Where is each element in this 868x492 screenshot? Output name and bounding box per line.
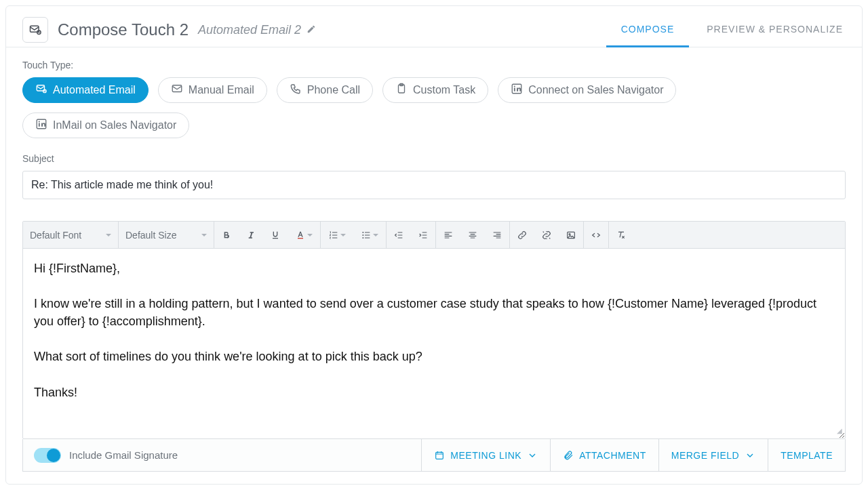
bold-button[interactable]: [214, 222, 239, 248]
template-label: TEMPLATE: [781, 450, 833, 461]
chevron-down-icon: [373, 234, 378, 237]
chevron-down-icon: [527, 450, 538, 461]
touch-type-label: Custom Task: [413, 84, 475, 96]
tab-compose[interactable]: COMPOSE: [618, 13, 677, 47]
touch-type-phone-call[interactable]: Phone Call: [277, 77, 373, 103]
touch-type-automated-email[interactable]: Automated Email: [22, 77, 149, 103]
body-line: I know we're still in a holding pattern,…: [34, 295, 834, 330]
chevron-down-icon: [307, 234, 313, 237]
attachment-label: ATTACHMENT: [579, 450, 646, 461]
chevron-down-icon: [745, 450, 755, 461]
size-select[interactable]: Default Size: [119, 230, 214, 241]
merge-field-button[interactable]: MERGE FIELD: [658, 439, 768, 471]
touch-type-label: Touch Type:: [22, 60, 846, 70]
paperclip-icon: [563, 450, 574, 461]
image-button[interactable]: [559, 222, 583, 248]
body-line: Hi {!FirstName},: [34, 260, 834, 277]
header-left: Compose Touch 2 Automated Email 2: [22, 17, 316, 43]
svg-point-14: [362, 232, 363, 233]
meeting-link-button[interactable]: MEETING LINK: [421, 439, 550, 471]
svg-point-18: [569, 233, 570, 234]
phone-icon: [290, 83, 302, 98]
svg-rect-8: [514, 88, 515, 91]
align-center-button[interactable]: [460, 222, 485, 248]
outdent-button[interactable]: [387, 222, 411, 248]
linkedin-icon: [35, 118, 47, 133]
body-line: [34, 277, 834, 295]
editor-toolbar: Default Font Default Size: [23, 222, 845, 249]
unlink-button[interactable]: [534, 222, 559, 248]
touch-type-options: Automated EmailManual EmailPhone CallCus…: [22, 77, 846, 138]
touch-type-custom-task[interactable]: Custom Task: [382, 77, 488, 103]
touch-type-label: Manual Email: [189, 84, 254, 96]
linkedin-icon: [511, 83, 523, 98]
clipboard-icon: [395, 83, 408, 98]
template-button[interactable]: TEMPLATE: [768, 439, 845, 471]
align-right-button[interactable]: [485, 222, 509, 248]
unordered-list-button[interactable]: [353, 222, 386, 248]
body-line: [34, 366, 834, 384]
clear-format-button[interactable]: [609, 222, 633, 248]
touch-type-label: Connect on Sales Navigator: [528, 84, 663, 96]
ordered-list-button[interactable]: [321, 222, 353, 248]
svg-rect-11: [39, 123, 40, 127]
page-title: Compose Touch 2: [58, 20, 189, 39]
tab-preview[interactable]: PREVIEW & PERSONALIZE: [704, 13, 846, 47]
body-line: [34, 330, 834, 348]
svg-rect-4: [172, 85, 182, 92]
align-left-button[interactable]: [436, 222, 460, 248]
body-line: What sort of timelines do you think we'r…: [34, 348, 834, 365]
chevron-down-icon: [106, 234, 111, 237]
font-select[interactable]: Default Font: [23, 230, 118, 241]
touch-type-label: Automated Email: [53, 84, 136, 96]
editor: Default Font Default Size: [22, 221, 846, 439]
signature-label: Include Gmail Signature: [69, 449, 178, 461]
signature-toggle[interactable]: [34, 448, 61, 463]
body-line: Thanks!: [34, 384, 834, 401]
mail-icon: [171, 83, 183, 98]
svg-point-16: [362, 237, 363, 239]
subject-input[interactable]: [22, 171, 846, 199]
code-view-button[interactable]: [584, 222, 608, 248]
mail-auto-icon: [35, 83, 47, 98]
link-button[interactable]: [510, 222, 534, 248]
calendar-icon: [434, 450, 445, 461]
touch-type-connect-sn[interactable]: Connect on Sales Navigator: [498, 77, 676, 103]
edit-name-icon[interactable]: [307, 23, 316, 37]
email-body-editor[interactable]: Hi {!FirstName}, I know we're still in a…: [23, 249, 845, 438]
touch-type-label: InMail on Sales Navigator: [53, 119, 176, 131]
page-subtitle: Automated Email 2: [198, 23, 316, 37]
touch-icon: [22, 17, 48, 43]
size-select-label: Default Size: [125, 230, 176, 241]
compose-panel: Compose Touch 2 Automated Email 2 COMPOS…: [5, 5, 863, 485]
signature-toggle-group: Include Gmail Signature: [23, 439, 189, 471]
chevron-down-icon: [201, 234, 207, 237]
svg-point-9: [514, 85, 515, 87]
font-select-label: Default Font: [30, 230, 81, 241]
header-tabs: COMPOSE PREVIEW & PERSONALIZE: [618, 13, 846, 47]
touch-type-inmail-sn[interactable]: InMail on Sales Navigator: [22, 112, 189, 138]
svg-point-15: [362, 234, 363, 236]
touch-type-label: Phone Call: [307, 84, 360, 96]
svg-rect-13: [298, 238, 303, 239]
indent-button[interactable]: [411, 222, 435, 248]
subtitle-text: Automated Email 2: [198, 23, 301, 37]
italic-button[interactable]: [239, 222, 263, 248]
text-color-button[interactable]: [288, 222, 320, 248]
editor-footer: Include Gmail Signature MEETING LINK ATT…: [22, 439, 846, 472]
merge-field-label: MERGE FIELD: [671, 450, 739, 461]
meeting-link-label: MEETING LINK: [450, 450, 521, 461]
panel-body: Touch Type: Automated EmailManual EmailP…: [6, 47, 862, 484]
panel-header: Compose Touch 2 Automated Email 2 COMPOS…: [6, 6, 862, 47]
chevron-down-icon: [340, 234, 346, 237]
subject-label: Subject: [22, 153, 846, 164]
touch-type-manual-email[interactable]: Manual Email: [158, 77, 267, 103]
footer-actions: MEETING LINK ATTACHMENT MERGE FIELD TEMP…: [421, 439, 845, 471]
resize-handle-icon: ◢: [837, 426, 842, 436]
underline-button[interactable]: [263, 222, 288, 248]
svg-point-12: [39, 121, 40, 122]
attachment-button[interactable]: ATTACHMENT: [550, 439, 658, 471]
svg-rect-19: [436, 452, 443, 459]
